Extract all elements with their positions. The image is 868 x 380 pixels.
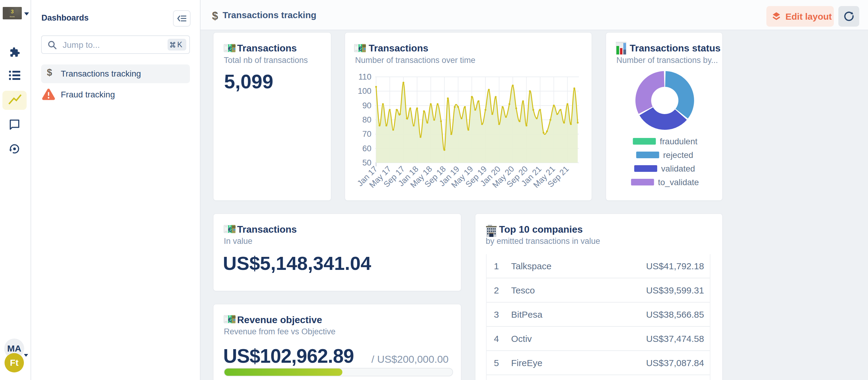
svg-text:validated: validated xyxy=(661,164,695,173)
svg-text:80: 80 xyxy=(362,115,371,124)
svg-text:90: 90 xyxy=(362,101,371,110)
svg-text:fraudulent: fraudulent xyxy=(660,137,698,146)
svg-text:€: € xyxy=(228,226,232,233)
svg-text:00: 00 xyxy=(232,44,236,48)
svg-text:50: 50 xyxy=(362,158,371,167)
svg-text:60: 60 xyxy=(362,144,371,153)
svg-text:€: € xyxy=(228,45,232,52)
svg-text:100: 100 xyxy=(358,87,371,96)
svg-text:00: 00 xyxy=(232,225,236,229)
svg-text:00: 00 xyxy=(232,315,236,319)
svg-text:110: 110 xyxy=(359,72,371,81)
svg-text:to_validate: to_validate xyxy=(658,178,699,187)
svg-text:70: 70 xyxy=(362,129,371,139)
svg-text:rejected: rejected xyxy=(663,150,693,160)
svg-text:€: € xyxy=(228,316,232,323)
